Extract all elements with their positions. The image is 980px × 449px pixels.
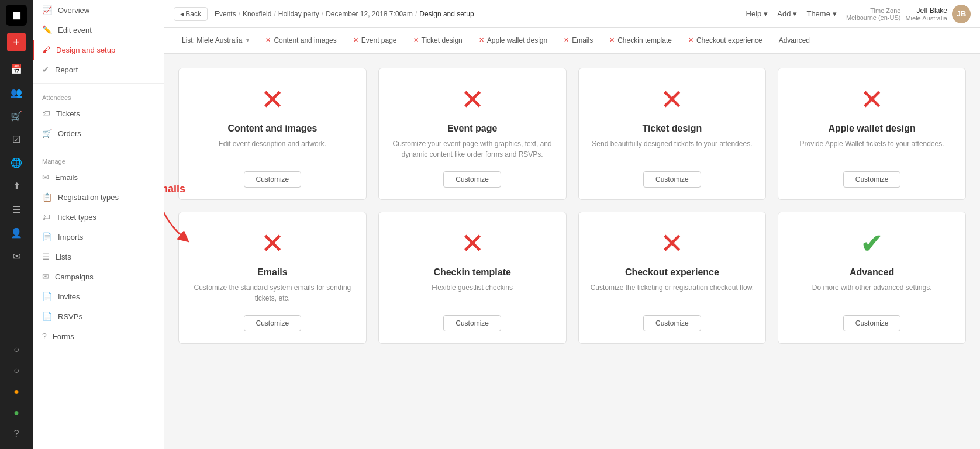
x-icon-content-images: ✕ [261, 86, 284, 114]
avatar: JB [952, 5, 971, 23]
tab-content-images[interactable]: ✕ Content and images [257, 28, 344, 54]
tab-checkout-experience[interactable]: ✕ Checkout experience [680, 28, 771, 54]
customize-button-checkout[interactable]: Customize [643, 315, 701, 331]
invites-icon: 📄 [42, 292, 52, 301]
question-icon[interactable]: ? [6, 423, 27, 444]
card-desc-apple-wallet: Provide Apple Wallet tickets to your att… [800, 139, 944, 160]
card-title-advanced: Advanced [850, 267, 894, 278]
sidebar-item-orders[interactable]: 🛒 Orders [33, 123, 164, 143]
card-title-ticket-design: Ticket design [642, 123, 702, 134]
card-content-images: ✕ Content and images Edit event descript… [178, 68, 367, 200]
card-emails: ✕ Emails Customize the standard system e… [178, 212, 367, 344]
card-checkout-experience: ✕ Checkout experience Customize the tick… [578, 212, 767, 344]
check-square-icon[interactable]: ☑ [6, 129, 27, 150]
customize-button-content-images[interactable]: Customize [244, 171, 302, 188]
customize-button-advanced[interactable]: Customize [843, 315, 901, 331]
sidebar-item-campaigns[interactable]: ✉ Campaigns [33, 267, 164, 286]
sidebar-item-overview[interactable]: 📈 Overview [33, 0, 164, 20]
card-title-emails: Emails [257, 267, 288, 278]
sidebar: 📈 Overview ✏️ Edit event 🖌 Design and se… [33, 0, 164, 449]
card-desc-event-page: Customize your event page with graphics,… [391, 139, 554, 160]
calendar-icon[interactable]: 📅 [6, 58, 27, 80]
tab-event-page[interactable]: ✕ Event page [345, 28, 405, 54]
sidebar-item-rsvps[interactable]: 📄 RSVPs [33, 306, 164, 326]
sidebar-item-design-setup[interactable]: 🖌 Design and setup Go to design and setu… [33, 40, 164, 60]
cards-grid: ✕ Content and images Edit event descript… [178, 68, 966, 344]
customize-button-emails[interactable]: Customize [244, 315, 302, 331]
x-icon-ticket-design: ✕ [660, 86, 684, 114]
people-icon[interactable]: 👥 [6, 82, 27, 103]
registration-icon: 📋 [42, 192, 52, 202]
card-desc-checkout: Customize the ticketing or registration … [591, 282, 754, 303]
customize-button-apple-wallet[interactable]: Customize [843, 171, 901, 188]
add-button[interactable]: + [7, 33, 26, 51]
customize-button-ticket-design[interactable]: Customize [643, 171, 701, 188]
sidebar-item-forms[interactable]: ? Forms [33, 326, 164, 346]
sidebar-item-emails[interactable]: ✉ Emails [33, 167, 164, 187]
report-icon: ✔ [42, 65, 49, 74]
customize-button-checkin[interactable]: Customize [443, 315, 501, 331]
user-info: Time Zone Melbourne (en-US) Jeff Blake M… [846, 5, 971, 23]
sidebar-item-ticket-types[interactable]: 🏷 Ticket types [33, 207, 164, 227]
content-area: ✕ Content and images Edit event descript… [164, 54, 980, 449]
upload-icon[interactable]: ⬆ [6, 175, 27, 196]
x-icon-event-page: ✕ [461, 86, 484, 114]
timezone-label: Time Zone [846, 7, 901, 14]
imports-icon: 📄 [42, 232, 52, 241]
circle-2-icon[interactable]: ○ [6, 360, 27, 381]
forms-icon: ? [42, 331, 47, 341]
breadcrumb-events[interactable]: Events [215, 10, 236, 18]
tab-ticket-design[interactable]: ✕ Ticket design [405, 28, 471, 54]
card-title-checkout: Checkout experience [625, 267, 719, 278]
card-desc-content-images: Edit event description and artwork. [219, 139, 326, 160]
list-icon[interactable]: ☰ [6, 199, 27, 220]
attendees-section-label: Attendees [33, 87, 164, 103]
card-desc-checkin: Flexible guestlist checkins [432, 282, 513, 303]
cart-icon[interactable]: 🛒 [6, 105, 27, 126]
customize-button-event-page[interactable]: Customize [443, 171, 501, 188]
breadcrumb-current: Design and setup [419, 10, 474, 18]
card-ticket-design: ✕ Ticket design Send beautifully designe… [578, 68, 767, 200]
sidebar-item-tickets[interactable]: 🏷 Tickets [33, 103, 164, 123]
sidebar-item-report[interactable]: ✔ Report [33, 60, 164, 80]
tab-apple-wallet[interactable]: ✕ Apple wallet design [471, 28, 555, 54]
x-icon-apple-wallet: ✕ [860, 86, 884, 114]
sidebar-item-imports[interactable]: 📄 Imports [33, 227, 164, 247]
circle-orange-icon[interactable]: ● [6, 381, 27, 402]
breadcrumb-holiday[interactable]: Holiday party [278, 10, 319, 18]
lists-icon: ☰ [42, 252, 50, 261]
tabbar: List: Miele Australia ▾ ✕ Content and im… [164, 28, 980, 54]
sidebar-item-registration-types[interactable]: 📋 Registration types [33, 187, 164, 207]
help-button[interactable]: Help ▾ [746, 9, 768, 18]
card-event-page: ✕ Event page Customize your event page w… [378, 68, 567, 200]
x-icon-checkout: ✕ [660, 230, 684, 258]
emails-icon: ✉ [42, 172, 49, 182]
card-desc-advanced: Do more with other advanced settings. [812, 282, 932, 303]
sidebar-item-edit-event[interactable]: ✏️ Edit event [33, 20, 164, 40]
tab-checkin-template[interactable]: ✕ Checkin template [601, 28, 680, 54]
edit-icon: ✏️ [42, 25, 52, 34]
card-desc-emails: Customize the standard system emails for… [191, 282, 354, 303]
card-title-content-images: Content and images [227, 123, 317, 134]
tab-advanced[interactable]: Advanced [771, 28, 818, 54]
circle-1-icon[interactable]: ○ [6, 339, 27, 360]
overview-icon: 📈 [42, 5, 52, 15]
person-icon[interactable]: 👤 [6, 222, 27, 243]
sidebar-item-lists[interactable]: ☰ Lists [33, 247, 164, 267]
manage-section-label: Manage [33, 151, 164, 167]
breadcrumb-date[interactable]: December 12, 2018 7:00am [326, 10, 413, 18]
breadcrumb-knoxfield[interactable]: Knoxfield [243, 10, 271, 18]
card-title-event-page: Event page [447, 123, 497, 134]
theme-button[interactable]: Theme ▾ [806, 9, 836, 18]
sidebar-item-invites[interactable]: 📄 Invites [33, 286, 164, 306]
app-logo[interactable]: ◼ [6, 5, 27, 26]
card-title-apple-wallet: Apple wallet design [828, 123, 915, 134]
add-dropdown-button[interactable]: Add ▾ [777, 9, 797, 18]
globe-icon[interactable]: 🌐 [6, 152, 27, 173]
circle-green-icon[interactable]: ● [6, 402, 27, 423]
mail-icon[interactable]: ✉ [6, 246, 27, 267]
breadcrumb: Events / Knoxfield / Holiday party / Dec… [215, 10, 474, 18]
tab-emails[interactable]: ✕ Emails [555, 28, 601, 54]
back-button[interactable]: ◂ Back [174, 7, 208, 21]
tab-list-miele[interactable]: List: Miele Australia ▾ [174, 28, 257, 54]
